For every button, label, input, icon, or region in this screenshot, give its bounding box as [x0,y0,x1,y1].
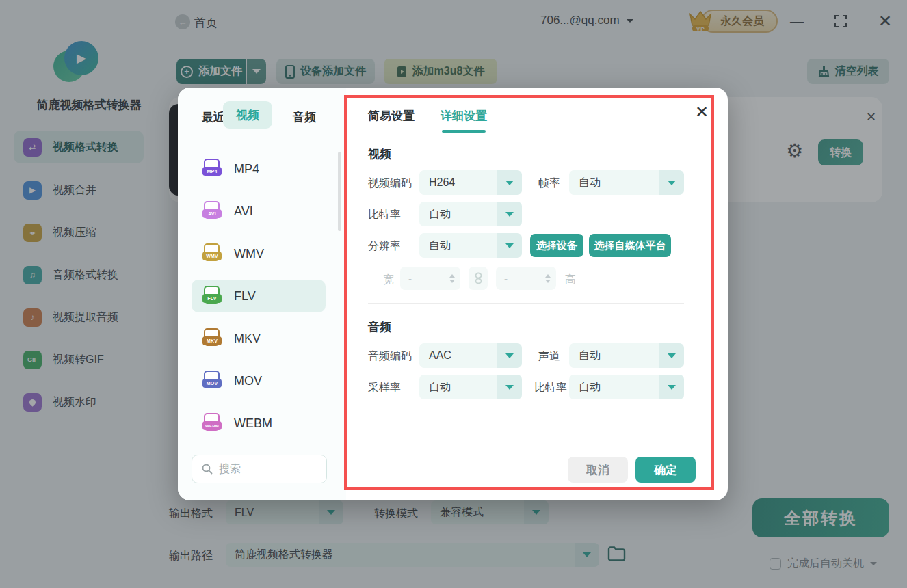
select-media-platform-button[interactable]: 选择自媒体平台 [589,234,671,257]
audio-bitrate-label: 比特率 [534,381,567,395]
select-device-button[interactable]: 选择设备 [530,234,583,257]
avi-file-icon: AVI [202,201,222,222]
chevron-down-icon [505,181,514,185]
wmv-file-icon: WMV [202,243,222,264]
webm-file-icon: WEBM [202,413,222,433]
samplerate-label: 采样率 [368,381,401,395]
search-icon [202,464,213,475]
format-search-input[interactable]: 搜索 [192,455,327,483]
height-stepper[interactable] [545,274,551,283]
channel-label: 声道 [538,349,560,364]
chevron-down-icon [505,212,514,217]
framerate-select[interactable]: 自动 [569,170,684,195]
width-stepper[interactable] [449,274,455,283]
video-bitrate-label: 比特率 [368,208,401,222]
resolution-select[interactable]: 自动 [419,233,522,258]
framerate-label: 帧率 [538,176,560,191]
channel-select[interactable]: 自动 [569,343,684,368]
chevron-down-icon [505,243,514,248]
chevron-down-icon [668,181,676,185]
format-item-webm[interactable]: WEBM WEBM [192,407,326,440]
video-codec-label: 视频编码 [368,176,412,191]
tab-video[interactable]: 视频 [223,101,272,129]
format-item-avi[interactable]: AVI AVI [192,195,326,228]
annotation-highlight-rectangle [344,95,714,490]
format-settings-dialog: 最近 视频 音频 MP4 MP4 AVI AVI WMV WMV [178,88,728,500]
mkv-file-icon: MKV [202,328,222,349]
samplerate-select[interactable]: 自动 [419,375,522,399]
confirm-button[interactable]: 确定 [635,457,696,483]
format-item-mkv[interactable]: MKV MKV [192,322,326,355]
video-codec-select[interactable]: H264 [419,170,522,195]
tab-detail-settings[interactable]: 详细设置 [441,108,487,124]
lock-aspect-ratio-button[interactable] [469,267,488,290]
flv-file-icon: FLV [202,286,222,306]
mp4-file-icon: MP4 [202,159,222,179]
link-icon [475,272,482,284]
video-section-header: 视频 [368,146,391,162]
audio-codec-select[interactable]: AAC [419,343,522,368]
tab-audio[interactable]: 音频 [293,109,316,125]
audio-section-header: 音频 [368,319,391,335]
tab-simple-settings[interactable]: 简易设置 [368,108,415,124]
app-window: ← 首页 706...@qq.com VIP 永久会员 — ✕ ▶ 简鹿视频格式… [0,0,907,588]
chevron-down-icon [505,353,514,358]
resolution-label: 分辨率 [368,239,401,254]
tab-recent[interactable]: 最近 [202,109,225,125]
audio-codec-label: 音频编码 [368,349,412,364]
format-item-wmv[interactable]: WMV WMV [192,237,326,270]
chevron-down-icon [668,385,676,390]
height-label: 高 [565,273,576,287]
active-tab-underline [442,130,486,133]
chevron-down-icon [505,385,514,390]
chevron-down-icon [668,353,676,358]
video-bitrate-select[interactable]: 自动 [419,202,522,226]
width-input[interactable]: - [400,267,460,290]
width-label: 宽 [383,273,394,287]
audio-bitrate-select[interactable]: 自动 [569,375,684,399]
format-list-scrollbar[interactable] [338,152,341,231]
mov-file-icon: MOV [202,371,222,391]
close-dialog-button[interactable]: ✕ [695,104,709,120]
cancel-button[interactable]: 取消 [568,457,628,483]
format-item-mp4[interactable]: MP4 MP4 [192,152,326,185]
section-divider [368,303,684,304]
format-item-flv[interactable]: FLV FLV [192,280,326,312]
height-input[interactable]: - [496,267,556,290]
format-item-mov[interactable]: MOV MOV [192,364,326,397]
